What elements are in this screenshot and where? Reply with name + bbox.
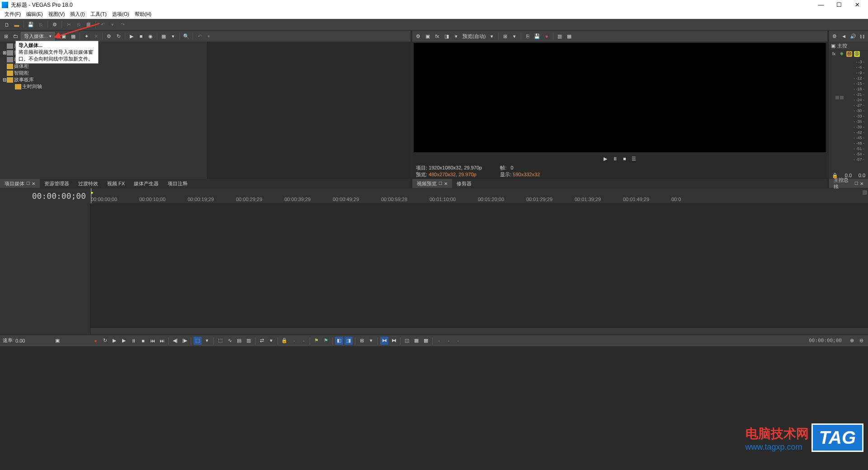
preview-external-icon[interactable]: ▣ (424, 32, 432, 40)
track-header-area[interactable] (0, 203, 90, 334)
undock-icon[interactable]: ☐ (26, 181, 30, 186)
undock-icon[interactable]: ☐ (439, 181, 442, 186)
close-tab-icon[interactable]: ✕ (32, 181, 35, 186)
import-media-button[interactable]: 导入媒体... ▾ (21, 32, 55, 40)
tab-explorer[interactable]: 资源管理器 (40, 179, 74, 188)
go-end-icon[interactable]: ⏭ (158, 337, 166, 345)
menu-tools[interactable]: 工具(T) (88, 11, 109, 18)
preview-properties-icon[interactable]: ⚙ (414, 32, 422, 40)
timeline-ruler[interactable]: ▾ 00:00:00;0000:00:10;0000:00:19;2900:00… (90, 188, 868, 203)
menu-view[interactable]: 视图(V) (46, 11, 68, 18)
pause-icon[interactable]: ⏸ (129, 337, 137, 345)
get-media-icon[interactable]: ▦ (69, 32, 77, 40)
tab-generators[interactable]: 媒体产生器 (129, 179, 163, 188)
preview-pause-icon[interactable]: ⏸ (613, 156, 618, 161)
chevron-down-icon[interactable]: ▾ (49, 34, 52, 38)
quality-dropdown2-icon[interactable]: ▾ (488, 32, 496, 40)
search-icon[interactable]: 🔍 (182, 32, 190, 40)
tab-video-fx[interactable]: 视频 FX (103, 179, 129, 188)
tab-master-bus[interactable]: 主控总线☐✕ (829, 179, 868, 188)
overlays-dropdown-icon[interactable]: ▾ (510, 32, 519, 40)
prev-frame-icon[interactable]: ◀| (171, 337, 179, 345)
region-icon[interactable]: ⚑ (322, 337, 330, 345)
refresh-icon[interactable]: ↻ (114, 32, 123, 40)
master-faders-icon[interactable]: ⫿⫿ (859, 32, 867, 40)
properties-icon[interactable]: ⚙ (51, 21, 59, 29)
overlays-icon[interactable]: ⊞ (501, 32, 509, 40)
expand-icon[interactable]: ▣ (831, 43, 835, 49)
master-dim-icon[interactable]: 🔊 (849, 32, 857, 40)
go-start-icon[interactable]: ⏮ (148, 337, 156, 345)
menu-file[interactable]: 文件(F) (2, 11, 24, 18)
master-fx-icon[interactable]: fx (831, 51, 837, 57)
timecode-display[interactable]: 00:00:00;00 (0, 188, 90, 203)
auto-crossfade-icon[interactable]: ⧓ (380, 337, 388, 345)
selection-tool-icon[interactable]: ⬚ (216, 337, 224, 345)
master-mute-icon[interactable]: Ⓜ (846, 51, 852, 57)
zoom-time-icon[interactable]: ⊕ (848, 337, 856, 345)
tool4-icon[interactable]: ▥ (245, 337, 253, 345)
close-button[interactable]: ✕ (848, 0, 866, 10)
save-snapshot-icon[interactable]: 💾 (533, 32, 541, 40)
ripple-dropdown-icon[interactable]: ▾ (267, 337, 275, 345)
preview-stop-icon[interactable]: ■ (623, 156, 626, 161)
snap-options-icon[interactable]: ⊞ (358, 337, 366, 345)
undock-icon[interactable]: ☐ (854, 181, 858, 186)
close-tab-icon[interactable]: ✕ (444, 181, 448, 186)
preview-quality-label[interactable]: 预览(自动) (462, 33, 486, 40)
minimize-button[interactable]: — (812, 0, 830, 10)
preview-option-icon[interactable]: ▥ (556, 32, 564, 40)
copy-snapshot-icon[interactable]: ⎘ (524, 32, 532, 40)
loop-icon[interactable]: ↻ (101, 337, 109, 345)
open-project-icon[interactable]: ▬ (13, 21, 21, 29)
lock-envelopes-icon[interactable]: 🔒 (280, 337, 288, 345)
record-icon[interactable]: ● (542, 32, 551, 40)
snap-dropdown-icon[interactable]: ▾ (367, 337, 375, 345)
close-tab-icon[interactable]: ✕ (860, 181, 863, 186)
preview-menu-icon[interactable]: ☰ (632, 156, 636, 162)
next-frame-icon[interactable]: |▶ (180, 337, 189, 345)
auto-preview-icon[interactable]: ◉ (146, 32, 155, 40)
split-screen-icon[interactable]: ◨ (443, 32, 451, 40)
video-fx-icon[interactable]: fx (433, 32, 441, 40)
snap-icon[interactable]: ◧ (335, 337, 343, 345)
master-insert-icon[interactable]: ❋ (839, 51, 844, 57)
quantize-icon[interactable]: ◨ (344, 337, 353, 345)
master-properties-icon[interactable]: ⚙ (831, 32, 839, 40)
stop-media-icon[interactable]: ■ (137, 32, 145, 40)
opt1-icon[interactable]: ◫ (403, 337, 411, 345)
record-button-icon[interactable]: ● (91, 337, 99, 345)
envelope-tool-icon[interactable]: ∿ (226, 337, 234, 345)
maximize-button[interactable]: ☐ (830, 0, 848, 10)
marker-icon[interactable]: ⚑ (312, 337, 321, 345)
view-mode-icon[interactable]: ▦ (160, 32, 168, 40)
views-icon[interactable]: ⊞ (2, 32, 10, 40)
media-properties-icon[interactable]: ⚙ (105, 32, 113, 40)
track-content-area[interactable] (90, 203, 868, 334)
menu-options[interactable]: 选项(O) (109, 11, 132, 18)
zoom-track-icon[interactable]: ⊖ (857, 337, 865, 345)
media-content-area[interactable] (207, 42, 411, 179)
opt2-icon[interactable]: ▦ (412, 337, 420, 345)
crossfade2-icon[interactable]: ⧓ (390, 337, 398, 345)
play-media-icon[interactable]: ▶ (127, 32, 136, 40)
play-icon[interactable]: ▶ (120, 337, 128, 345)
auto-ripple-icon[interactable]: ⇄ (258, 337, 266, 345)
rate-reset-icon[interactable]: ▣ (53, 337, 61, 345)
master-meter[interactable]: - -3 -- -6 -- -9 -- -12 -- -15 -- -18 --… (833, 60, 864, 171)
media-fx-icon[interactable]: ✦ (82, 32, 90, 40)
capture-icon[interactable]: ▣ (60, 32, 68, 40)
play-start-icon[interactable]: ▶ (110, 337, 118, 345)
master-solo-icon[interactable]: Ⓢ (854, 51, 860, 57)
master-downmix-icon[interactable]: ◄ (840, 32, 848, 40)
ruler-end-flag-icon[interactable] (863, 190, 867, 195)
media-bins-icon[interactable]: 🗀 (11, 32, 19, 40)
preview-option2-icon[interactable]: ▦ (565, 32, 573, 40)
render-icon[interactable]: ⎘ (37, 21, 45, 29)
stop-icon[interactable]: ■ (139, 337, 147, 345)
tab-video-preview[interactable]: 视频预览☐✕ (412, 179, 452, 188)
quality-dropdown-icon[interactable]: ▾ (452, 32, 460, 40)
video-preview-display[interactable] (414, 43, 826, 152)
normal-edit-tool-icon[interactable]: ⬚ (193, 337, 202, 345)
transport-timecode[interactable]: 00:00:00;00 (804, 338, 846, 343)
